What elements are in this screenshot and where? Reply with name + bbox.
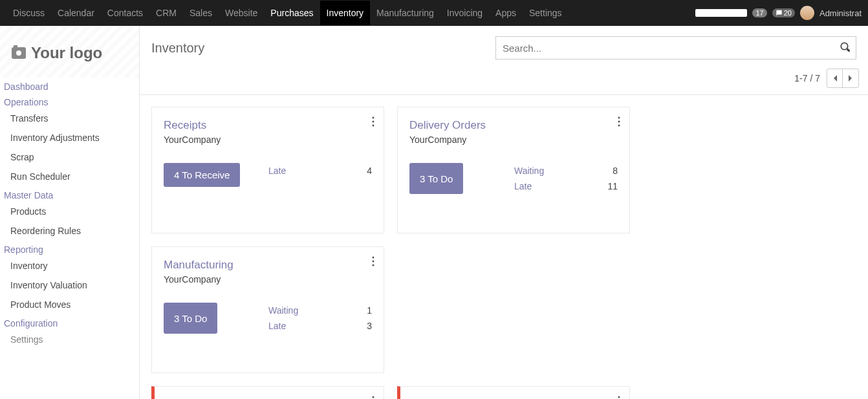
card-subtitle: YourCompany (409, 135, 618, 145)
stat-label[interactable]: Late (514, 178, 532, 194)
card-menu-icon[interactable] (372, 396, 374, 399)
nav-calendar[interactable]: Calendar (51, 1, 101, 25)
top-navbar: Discuss Calendar Contacts CRM Sales Webs… (0, 0, 868, 26)
sidebar-section-operations[interactable]: Operations (0, 93, 139, 109)
kanban-card[interactable]: ReceiptsYourCompany4 To ReceiveLate4 (151, 107, 384, 233)
card-subtitle: YourCompany (164, 274, 372, 285)
stat-label[interactable]: Late (268, 163, 286, 178)
svg-point-0 (841, 43, 848, 50)
messages-badge[interactable]: 20 (772, 8, 795, 17)
svg-point-12 (373, 264, 374, 266)
card-title[interactable]: Delivery Orders (409, 119, 618, 132)
sidebar-item-scrap[interactable]: Scrap (0, 147, 139, 167)
stat-value: 8 (613, 163, 618, 178)
nav-invoicing[interactable]: Invoicing (440, 1, 489, 25)
nav-website[interactable]: Website (219, 1, 264, 25)
sidebar-item-settings[interactable]: Settings (0, 330, 139, 349)
avatar[interactable] (800, 6, 814, 20)
logo-text: Your logo (31, 44, 102, 62)
stat-value: 3 (367, 318, 372, 334)
sidebar-item-inventory[interactable]: Inventory (0, 256, 139, 275)
pager-prev[interactable] (827, 69, 843, 87)
svg-point-5 (373, 121, 374, 123)
svg-point-8 (618, 121, 620, 123)
kanban-card[interactable]: Delivery OrdersYourCompany3 To DoWaiting… (397, 107, 630, 233)
nav-inventory[interactable]: Inventory (320, 1, 371, 25)
sidebar: Your logo Dashboard Operations Transfers… (0, 26, 140, 399)
sidebar-section-reporting[interactable]: Reporting (0, 241, 139, 256)
card-menu-icon[interactable] (618, 116, 620, 127)
sidebar-item-transfers[interactable]: Transfers (0, 109, 139, 128)
sidebar-item-inventory-valuation[interactable]: Inventory Valuation (0, 275, 139, 295)
stat-value: 4 (367, 163, 372, 178)
pager-text: 1-7 / 7 (794, 73, 820, 83)
page-title: Inventory (151, 41, 204, 56)
camera-icon (12, 47, 26, 59)
nav-contacts[interactable]: Contacts (101, 1, 149, 25)
nav-purchases[interactable]: Purchases (264, 1, 320, 25)
card-action-button[interactable]: 3 To Do (164, 303, 217, 334)
card-title[interactable]: Receipts (164, 119, 372, 132)
svg-point-6 (373, 125, 374, 127)
card-menu-icon[interactable] (618, 396, 620, 399)
sidebar-item-run-scheduler[interactable]: Run Scheduler (0, 167, 139, 186)
kanban-card[interactable]: ManufacturingYourCompany3 To DoWaiting1L… (151, 246, 384, 373)
nav-settings[interactable]: Settings (523, 1, 569, 25)
sidebar-section-configuration[interactable]: Configuration (0, 314, 139, 330)
svg-point-11 (373, 261, 374, 263)
stat-value: 11 (607, 178, 618, 194)
svg-point-7 (618, 117, 620, 119)
sidebar-item-product-moves[interactable]: Product Moves (0, 295, 139, 314)
sidebar-section-master-data[interactable]: Master Data (0, 186, 139, 202)
nav-sales[interactable]: Sales (183, 1, 219, 25)
svg-point-10 (373, 257, 374, 259)
stat-label[interactable]: Waiting (268, 303, 298, 318)
card-title[interactable]: Manufacturing (164, 259, 372, 272)
logo-area[interactable]: Your logo (0, 26, 139, 78)
stat-label[interactable]: Late (268, 318, 286, 334)
sidebar-item-products[interactable]: Products (0, 202, 139, 221)
sidebar-item-reordering-rules[interactable]: Reordering Rules (0, 221, 139, 241)
kanban-card[interactable]: ReceiptsMy Company, Chicago0 To Receive (151, 386, 384, 399)
search-icon[interactable] (840, 41, 851, 56)
nav-apps[interactable]: Apps (489, 1, 523, 25)
card-menu-icon[interactable] (372, 256, 374, 266)
svg-point-9 (618, 125, 620, 127)
svg-point-13 (373, 396, 374, 398)
stat-value: 1 (367, 303, 372, 318)
notification-badge[interactable]: 17 (752, 8, 766, 17)
pager-next[interactable] (843, 69, 858, 87)
sidebar-section-dashboard[interactable]: Dashboard (0, 78, 139, 93)
nav-crm[interactable]: CRM (149, 1, 183, 25)
user-name[interactable]: Administrat (819, 8, 862, 18)
svg-point-16 (618, 396, 620, 398)
top-nav-links: Discuss Calendar Contacts CRM Sales Webs… (6, 1, 569, 25)
kanban-row-2: ReceiptsMy Company, Chicago0 To ReceiveD… (140, 386, 868, 399)
main-content: Inventory 1-7 / 7 ReceiptsYourCompany4 T… (140, 26, 868, 399)
nav-discuss[interactable]: Discuss (6, 1, 51, 25)
kanban-card[interactable]: Delivery OrdersMy Company, Chicago0 To D… (397, 386, 630, 399)
card-action-button[interactable]: 4 To Receive (164, 163, 240, 187)
card-action-button[interactable]: 3 To Do (409, 163, 463, 194)
messages-count: 20 (784, 9, 792, 17)
topbar-right: 17 20 Administrat (695, 6, 862, 20)
card-subtitle: YourCompany (164, 135, 372, 145)
card-menu-icon[interactable] (372, 116, 374, 127)
search-input[interactable] (495, 36, 856, 59)
sidebar-item-inventory-adjustments[interactable]: Inventory Adjustments (0, 128, 139, 147)
kanban-row-1: ReceiptsYourCompany4 To ReceiveLate4Deli… (140, 107, 868, 386)
progress-bar[interactable] (695, 9, 747, 17)
svg-point-4 (373, 117, 374, 119)
nav-manufacturing[interactable]: Manufacturing (370, 1, 440, 25)
stat-label[interactable]: Waiting (514, 163, 544, 178)
